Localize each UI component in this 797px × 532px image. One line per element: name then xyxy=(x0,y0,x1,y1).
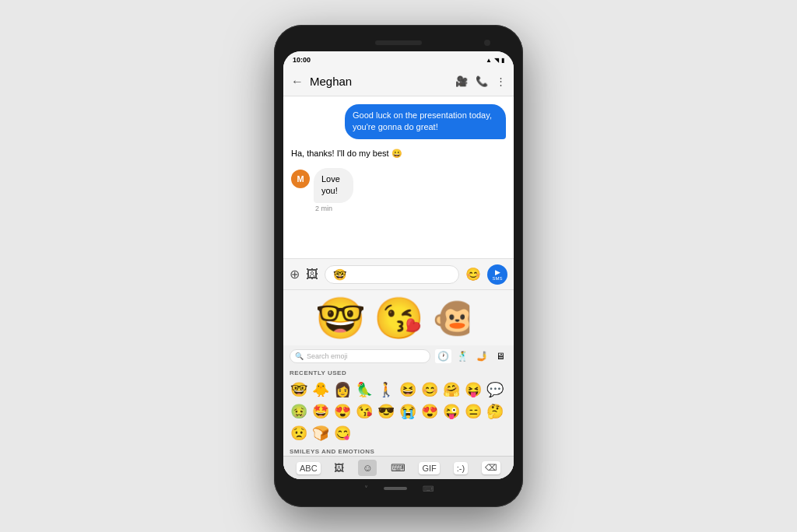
back-button[interactable]: ← xyxy=(291,75,304,89)
message-timestamp: 2 min xyxy=(314,205,367,212)
emoji-13[interactable]: 😍 xyxy=(332,401,353,422)
recently-used-grid: 🤓 🐥 👩 🦜 🚶 😆 😊 🤗 😝 💬 🤢 🤩 😍 😘 😎 😭 😍 😜 😑 xyxy=(283,377,514,446)
smileys-label: SMILEYS AND EMOTIONS xyxy=(283,446,514,456)
message-received-with-avatar: M Love you! 2 min xyxy=(291,168,506,212)
emoji-3[interactable]: 👩 xyxy=(332,379,353,401)
emoji-5[interactable]: 🚶 xyxy=(375,379,397,401)
emoji-keyboard: 🔍 Search emoji 🕐 🕺 🤳 🖥 RECENTLY USED 🤓 🐥… xyxy=(283,345,514,479)
header-action-icons: 🎥 📞 ⋮ xyxy=(455,75,506,87)
app-header: ← Meghan 🎥 📞 ⋮ xyxy=(283,67,514,96)
received-message-content: Love you! 2 min xyxy=(314,168,367,212)
emoji-17[interactable]: 😍 xyxy=(419,401,441,422)
phone-speaker xyxy=(375,40,422,45)
delete-key[interactable]: ⌫ xyxy=(482,461,500,474)
search-placeholder: Search emoji xyxy=(307,352,348,360)
emoji-search-input[interactable]: 🔍 Search emoji xyxy=(290,349,430,363)
emoji-14[interactable]: 😘 xyxy=(353,401,375,422)
nav-back-chevron[interactable]: ˅ xyxy=(364,485,368,493)
emoji-suggestion-2[interactable]: 😘 xyxy=(374,298,424,338)
phone-screen: 10:00 ▲ ◥ ▮ ← Meghan 🎥 📞 ⋮ Good luck on … xyxy=(283,51,514,479)
phone-top-notch xyxy=(283,34,514,51)
message-input-bar: ⊕ 🖼 🤓 😊 ▶ SMS xyxy=(283,258,514,289)
emoji-7[interactable]: 😊 xyxy=(419,379,441,401)
contact-avatar: M xyxy=(291,170,310,188)
more-options-icon[interactable]: ⋮ xyxy=(496,75,506,87)
emoji-20[interactable]: 🤔 xyxy=(484,401,506,422)
search-icon: 🔍 xyxy=(295,352,304,360)
battery-icon: ▮ xyxy=(501,57,504,64)
keyboard-bottom-bar: ABC 🖼 ☺ ⌨ GIF :-) ⌫ xyxy=(283,456,514,479)
nav-keyboard-icon[interactable]: ⌨ xyxy=(423,485,434,493)
emoji-6[interactable]: 😆 xyxy=(397,379,419,401)
emoji-8[interactable]: 🤗 xyxy=(441,379,462,401)
status-bar: 10:00 ▲ ◥ ▮ xyxy=(283,51,514,67)
emoji-12[interactable]: 🤩 xyxy=(310,401,332,422)
send-button[interactable]: ▶ SMS xyxy=(487,264,507,285)
emoji-11[interactable]: 🤢 xyxy=(288,401,310,422)
emoji-suggestion-icon: 🤓 xyxy=(333,268,346,281)
emoji-15[interactable]: 😎 xyxy=(375,401,397,422)
emoji-21[interactable]: 😟 xyxy=(288,422,310,444)
emoji-23[interactable]: 😋 xyxy=(332,422,353,444)
message-sent-1: Good luck on the presentation today, you… xyxy=(345,104,506,139)
signal-icon: ▲ xyxy=(486,57,492,64)
emoji-tab-people[interactable]: 🕺 xyxy=(455,349,471,363)
emoji-4[interactable]: 🦜 xyxy=(353,379,375,401)
gif-button[interactable]: GIF xyxy=(419,462,439,474)
contact-name: Meghan xyxy=(310,75,449,88)
recently-used-label: RECENTLY USED xyxy=(283,367,514,377)
add-attachment-icon[interactable]: ⊕ xyxy=(290,267,300,282)
emoji-22[interactable]: 🍞 xyxy=(310,422,332,444)
emoji-2[interactable]: 🐥 xyxy=(310,379,332,401)
status-icons: ▲ ◥ ▮ xyxy=(486,57,504,64)
wifi-icon: ◥ xyxy=(494,57,499,64)
emoji-19[interactable]: 😑 xyxy=(462,401,484,422)
message-text-received-plain: Ha, thanks! I'll do my best 😀 xyxy=(291,145,402,162)
status-time: 10:00 xyxy=(293,56,311,64)
phone-camera xyxy=(484,40,490,46)
emoji-suggestion-1[interactable]: 🤓 xyxy=(315,298,366,338)
phone-nav-bar: ˅ ⌨ xyxy=(283,479,514,498)
emoji-tab-objects[interactable]: 🖥 xyxy=(493,349,507,363)
message-bubble-received: Love you! xyxy=(314,168,353,203)
keyboard-layout-icon[interactable]: ⌨ xyxy=(391,462,406,474)
emoji-tab-recent[interactable]: 🕐 xyxy=(435,349,451,363)
video-call-icon[interactable]: 🎥 xyxy=(455,75,468,87)
sticker-icon[interactable]: 🖼 xyxy=(306,268,318,282)
emoji-18[interactable]: 😜 xyxy=(441,401,462,422)
abc-button[interactable]: ABC xyxy=(297,462,321,474)
emoji-tab-selfie[interactable]: 🤳 xyxy=(474,349,490,363)
emoji-1[interactable]: 🤓 xyxy=(288,379,310,401)
emoji-category-tabs: 🕐 🕺 🤳 🖥 xyxy=(435,349,507,363)
emoji-suggestion-strip: 🤓 😘 🐵 xyxy=(283,289,514,345)
voice-call-icon[interactable]: 📞 xyxy=(476,75,488,87)
nav-home-indicator[interactable] xyxy=(384,487,407,490)
emoji-picker-icon[interactable]: 😊 xyxy=(465,267,481,282)
sticker-keyboard-icon[interactable]: 🖼 xyxy=(334,462,344,474)
emoji-10[interactable]: 💬 xyxy=(484,379,506,401)
message-input-field[interactable]: 🤓 xyxy=(325,265,459,284)
text-emoji-button[interactable]: :-) xyxy=(454,462,468,474)
emoji-suggestion-3[interactable]: 🐵 xyxy=(432,298,483,338)
messages-area: Good luck on the presentation today, you… xyxy=(283,96,514,258)
emoji-keyboard-icon[interactable]: ☺ xyxy=(358,460,376,476)
emoji-9[interactable]: 😝 xyxy=(462,379,484,401)
emoji-16[interactable]: 😭 xyxy=(397,401,419,422)
emoji-search-bar: 🔍 Search emoji 🕐 🕺 🤳 🖥 xyxy=(283,345,514,367)
message-received-plain: Ha, thanks! I'll do my best 😀 xyxy=(291,145,506,162)
phone-device: 10:00 ▲ ◥ ▮ ← Meghan 🎥 📞 ⋮ Good luck on … xyxy=(274,25,523,507)
